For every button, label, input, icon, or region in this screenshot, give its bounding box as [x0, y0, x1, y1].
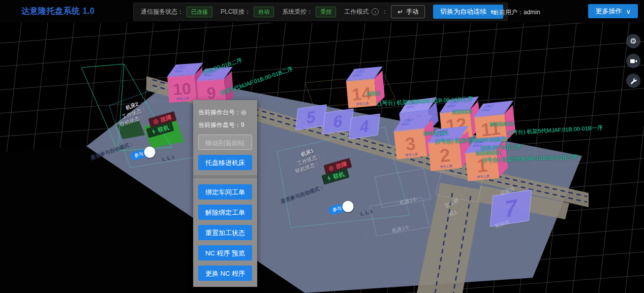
settings-button[interactable]: ⚙	[626, 34, 640, 48]
manual-mode-button[interactable]: ↵ 手动	[391, 5, 425, 18]
cube-top-text: 已加工 PLN:1	[400, 118, 414, 127]
enter-icon: ↵	[397, 9, 403, 15]
cube-front-face: 3序号:1,类	[394, 128, 427, 159]
top-bar: 达意隆托盘系统 1.0 通信服务状态： 已连接 PLC联接： 自动 系统受控： …	[0, 0, 644, 23]
pallet-number-label: 当前操作盘号：	[198, 121, 241, 128]
move-pallet-into-machine-button[interactable]: 托盘移进机床	[198, 155, 252, 170]
order-code-label: B002	[367, 90, 380, 97]
tools-button[interactable]	[626, 74, 640, 88]
link-icon	[150, 128, 157, 135]
pallet-tile-5[interactable]: 5	[295, 104, 327, 130]
gear-icon: ⚙	[630, 37, 636, 46]
unbind-work-order-button[interactable]: 解除绑定工单	[198, 205, 252, 220]
cube-top-text: 已加工 PLN:1	[352, 70, 366, 78]
status-toolbar: 通信服务状态： 已连接 PLC联接： 自动 系统受控： 受控 工作模式 i ： …	[133, 3, 508, 21]
fault-icon	[328, 165, 334, 171]
online-status-badge-label: 联机	[157, 123, 170, 134]
work-mode-colon: ：	[382, 8, 388, 16]
plc-status: PLC联接： 自动	[221, 7, 274, 17]
order-code-label: B0054001	[489, 120, 515, 127]
app-title: 达意隆托盘系统 1.0	[21, 6, 95, 17]
cube-top-text: 已加工 PLN:1	[480, 104, 495, 113]
menu-divider	[193, 175, 257, 179]
control-status-label: 系统受控：	[282, 8, 313, 16]
link-icon	[326, 175, 332, 182]
cube-top-text: 已加工 PLN:1	[173, 66, 188, 74]
scene-3d-viewport[interactable]: 5647已加工 PLN:110序号:1,类已加工 PLN:19序号:1,类已加工…	[0, 0, 644, 293]
online-status-badge-label: 联机	[332, 170, 345, 180]
wrench-icon	[630, 77, 637, 84]
station-number-row: 当前操作台号：◎	[198, 108, 252, 117]
current-user: 当前用户：admin	[493, 8, 540, 17]
pallet-tile-6[interactable]: 6	[322, 108, 354, 134]
camera-view-button[interactable]	[626, 54, 640, 68]
comm-status-label: 通信服务状态：	[141, 8, 183, 16]
comm-status-badge: 已连接	[187, 7, 212, 17]
pallet-context-menu: 当前操作台号：◎ 当前操作盘号：9 移动到装卸站 托盘移进机床 绑定车间工单 解…	[193, 100, 257, 287]
work-mode: 工作模式 i ： ↵ 手动	[344, 5, 425, 18]
info-icon: i	[372, 8, 379, 15]
chevron-down-icon: ∨	[626, 8, 631, 15]
nc-program-preview-button[interactable]: NC 程序 预览	[198, 245, 252, 261]
replace-nc-program-button[interactable]: 更换 NC 程序	[198, 266, 252, 281]
control-status: 系统受控： 受控	[282, 7, 336, 17]
tile-number: 6	[332, 111, 344, 132]
tile-number: 4	[359, 116, 370, 137]
work-mode-label: 工作模式	[344, 8, 369, 16]
camera-icon	[630, 57, 637, 65]
comm-status: 通信服务状态： 已连接	[141, 7, 212, 17]
tile-number: 5	[305, 107, 317, 127]
app-root: 5647已加工 PLN:110序号:1,类已加工 PLN:19序号:1,类已加工…	[0, 0, 644, 293]
plc-status-label: PLC联接：	[221, 8, 251, 16]
more-actions-label: 更多操作	[595, 7, 622, 16]
station-number-value: ◎	[241, 109, 246, 116]
cube-front-face: 10序号:1,类	[167, 75, 196, 103]
scene-tool-buttons: ⚙	[626, 34, 640, 88]
current-user-label: 当前用户：	[493, 9, 524, 16]
pallet-number-row: 当前操作盘号：9	[198, 121, 252, 129]
move-to-load-station-button[interactable]: 移动到装卸站	[198, 135, 252, 150]
scene-graphics	[0, 0, 644, 293]
current-user-value: admin	[524, 9, 540, 16]
station-number-label: 当前操作台号：	[198, 109, 241, 116]
control-status-badge: 受控	[316, 7, 336, 17]
reset-machining-state-button[interactable]: 重置加工状态	[198, 225, 252, 240]
manual-mode-label: 手动	[406, 8, 418, 16]
order-code-label: B0098001	[476, 149, 502, 156]
pallet-number-value: 9	[241, 121, 244, 128]
fault-icon	[152, 118, 159, 124]
switch-auto-label: 切换为自动连续	[440, 7, 486, 16]
order-code-label: B30009	[452, 108, 472, 115]
pallet-tile-4[interactable]: 4	[349, 113, 380, 139]
bind-work-order-button[interactable]: 绑定车间工单	[198, 184, 252, 200]
order-code-label: B0911001	[423, 129, 449, 137]
more-actions-button[interactable]: 更多操作 ∨	[588, 4, 638, 18]
plc-status-badge: 自动	[254, 7, 274, 17]
